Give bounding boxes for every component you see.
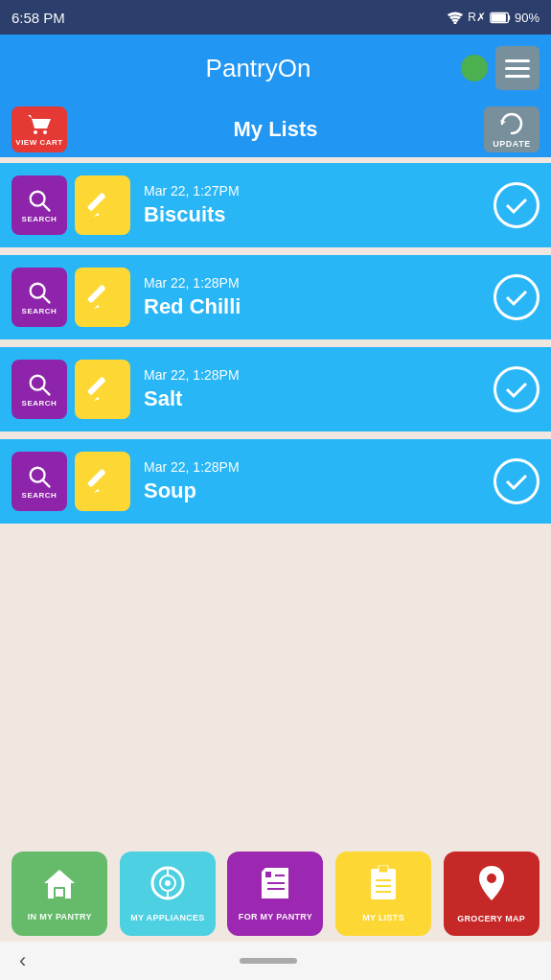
edit-icon: [87, 282, 118, 313]
item-info: Mar 22, 1:28PM Soup: [144, 459, 494, 503]
edit-button[interactable]: [75, 175, 130, 235]
status-dot: [461, 55, 488, 82]
list-item: SEARCH Mar 22, 1:27PM Biscuits: [0, 163, 551, 247]
back-button[interactable]: ‹: [19, 948, 26, 973]
svg-marker-9: [94, 213, 100, 217]
item-info: Mar 22, 1:28PM Red Chilli: [144, 275, 494, 319]
svg-point-0: [454, 22, 457, 25]
grocery-map-icon: [475, 864, 508, 910]
search-button[interactable]: SEARCH: [11, 175, 67, 235]
menu-line-1: [505, 59, 530, 62]
checkmark-icon: [503, 468, 530, 495]
svg-rect-33: [371, 869, 396, 899]
my-lists-label: MY LISTS: [362, 913, 404, 922]
item-name: Salt: [144, 386, 494, 411]
checkmark-icon: [503, 192, 530, 219]
my-appliances-label: MY APPLIANCES: [130, 913, 204, 922]
nav-item-my-appliances[interactable]: MY APPLIANCES: [120, 852, 216, 936]
search-icon: [27, 188, 52, 213]
nav-item-my-lists[interactable]: MY LISTS: [335, 852, 431, 936]
in-my-pantry-icon: [40, 866, 79, 908]
update-button[interactable]: UPDATE: [484, 106, 540, 152]
view-cart-label: VIEW CART: [15, 138, 62, 147]
svg-marker-17: [94, 397, 100, 401]
check-button[interactable]: [494, 182, 540, 228]
search-label: SEARCH: [22, 399, 57, 408]
svg-rect-20: [87, 469, 106, 488]
edit-icon: [87, 466, 118, 497]
my-lists-icon: [367, 865, 400, 909]
list-item: SEARCH Mar 22, 1:28PM Salt: [0, 347, 551, 432]
item-name: Biscuits: [144, 202, 494, 227]
svg-rect-2: [492, 13, 506, 21]
refresh-icon: [498, 110, 525, 137]
status-bar: 6:58 PM R✗ 90%: [0, 0, 551, 35]
svg-rect-34: [379, 865, 388, 873]
bottom-nav: IN MY PANTRY MY APPLIANCES FOR MY PANTRY…: [0, 846, 551, 942]
checkmark-icon: [503, 284, 530, 311]
svg-line-19: [43, 479, 50, 486]
home-pill[interactable]: [240, 958, 297, 964]
svg-marker-21: [94, 489, 100, 493]
edit-icon: [87, 374, 118, 405]
checkmark-icon: [503, 376, 530, 403]
menu-button[interactable]: [495, 46, 540, 90]
app-title: PantryOn: [56, 54, 461, 83]
menu-line-3: [505, 75, 530, 78]
update-label: UPDATE: [493, 139, 530, 149]
check-button[interactable]: [494, 366, 540, 412]
battery-icon: [490, 12, 511, 24]
menu-line-2: [505, 67, 530, 70]
bottom-bar: ‹: [0, 942, 551, 980]
list-item: SEARCH Mar 22, 1:28PM Red Chilli: [0, 255, 551, 339]
status-icons: R✗ 90%: [447, 11, 540, 25]
svg-rect-16: [87, 377, 106, 396]
item-date: Mar 22, 1:28PM: [144, 275, 494, 291]
svg-rect-8: [87, 193, 106, 212]
check-button[interactable]: [494, 274, 540, 320]
edit-button[interactable]: [75, 452, 130, 511]
edit-icon: [87, 190, 118, 221]
search-icon: [27, 464, 52, 489]
item-info: Mar 22, 1:28PM Salt: [144, 367, 494, 411]
search-label: SEARCH: [22, 215, 57, 223]
svg-point-38: [487, 874, 496, 883]
section-title: My Lists: [67, 117, 484, 142]
wifi-icon: [447, 11, 464, 24]
svg-point-28: [165, 880, 171, 886]
in-my-pantry-label: IN MY PANTRY: [28, 912, 92, 922]
nav-item-for-my-pantry[interactable]: FOR MY PANTRY: [227, 852, 323, 936]
for-my-pantry-label: FOR MY PANTRY: [239, 912, 312, 922]
list-item: SEARCH Mar 22, 1:28PM Soup: [0, 439, 551, 524]
list-container: SEARCH Mar 22, 1:27PM Biscuits SEARCH: [0, 163, 551, 524]
svg-point-10: [31, 283, 45, 297]
app-header: PantryOn: [0, 35, 551, 102]
svg-rect-29: [265, 872, 271, 877]
cart-icon: [26, 113, 53, 136]
item-date: Mar 22, 1:27PM: [144, 183, 494, 198]
svg-point-4: [34, 130, 37, 134]
search-label: SEARCH: [22, 491, 57, 500]
item-name: Soup: [144, 478, 494, 503]
svg-marker-13: [94, 305, 100, 309]
search-button[interactable]: SEARCH: [11, 452, 67, 511]
view-cart-button[interactable]: VIEW CART: [11, 106, 67, 152]
search-button[interactable]: SEARCH: [11, 268, 67, 327]
status-time: 6:58 PM: [11, 10, 65, 26]
section-header: VIEW CART My Lists UPDATE: [0, 102, 551, 157]
battery-percent: 90%: [515, 11, 540, 25]
for-my-pantry-icon: [258, 866, 292, 908]
svg-point-5: [43, 130, 47, 134]
check-button[interactable]: [494, 458, 540, 504]
my-appliances-icon: [149, 865, 186, 909]
svg-rect-23: [56, 889, 63, 897]
nav-item-grocery-map[interactable]: GROCERY MAP: [444, 852, 540, 936]
search-button[interactable]: SEARCH: [11, 360, 67, 419]
item-info: Mar 22, 1:27PM Biscuits: [144, 183, 494, 227]
svg-point-14: [31, 375, 45, 389]
edit-button[interactable]: [75, 360, 130, 419]
svg-rect-12: [87, 285, 106, 304]
edit-button[interactable]: [75, 268, 130, 327]
nav-item-in-my-pantry[interactable]: IN MY PANTRY: [11, 852, 107, 936]
svg-rect-3: [508, 14, 510, 19]
